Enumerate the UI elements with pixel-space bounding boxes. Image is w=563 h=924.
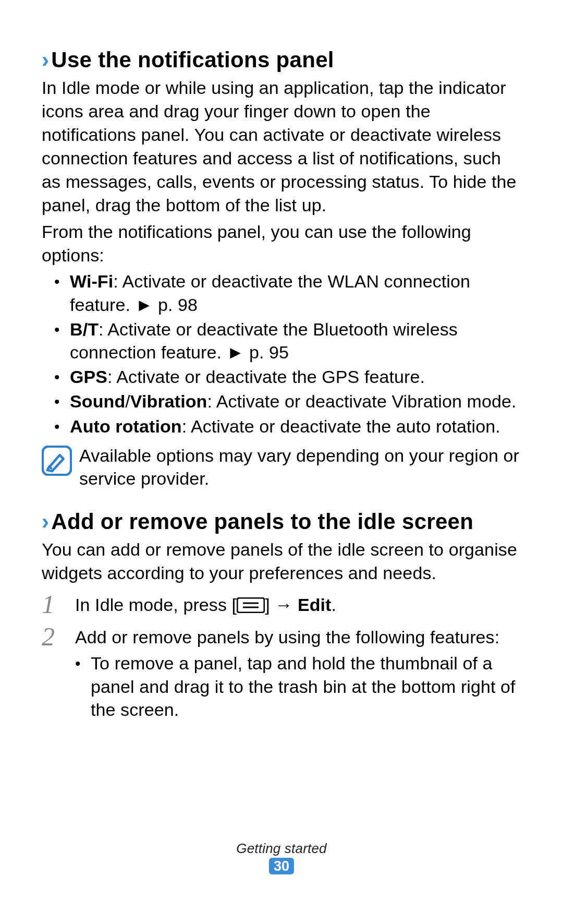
option-text: : Activate or deactivate the GPS feature…: [107, 367, 425, 387]
step-text: Add or remove panels by using the follow…: [75, 626, 521, 722]
step-text: In Idle mode, press [] → Edit.: [75, 593, 521, 616]
list-item: B/T: Activate or deactivate the Bluetoot…: [42, 318, 521, 364]
note-block: Available options may vary depending on …: [42, 444, 521, 490]
section-heading-panels: ›Add or remove panels to the idle screen: [42, 509, 521, 535]
note-icon: [42, 446, 72, 476]
option-label: Wi-Fi: [70, 271, 113, 291]
option-label: Vibration: [130, 391, 207, 411]
menu-key-icon: [237, 597, 265, 613]
option-label: Auto rotation: [70, 416, 182, 436]
option-label: Sound: [70, 391, 125, 411]
step-row: 2 Add or remove panels by using the foll…: [42, 626, 521, 722]
page-footer: Getting started 30: [0, 841, 563, 874]
option-label: GPS: [70, 367, 107, 387]
section-heading-notifications: ›Use the notifications panel: [42, 47, 521, 73]
list-item: Auto rotation: Activate or deactivate th…: [42, 415, 521, 438]
chevron-right-icon: ›: [42, 47, 49, 72]
options-list: Wi-Fi: Activate or deactivate the WLAN c…: [42, 270, 521, 437]
step-number: 1: [42, 591, 63, 617]
step-number: 2: [42, 623, 63, 650]
list-item: Wi-Fi: Activate or deactivate the WLAN c…: [42, 270, 521, 316]
heading-text: Add or remove panels to the idle screen: [51, 509, 473, 534]
option-text: : Activate or deactivate the WLAN connec…: [70, 271, 470, 314]
page-number-badge: 30: [269, 858, 294, 874]
body-paragraph: You can add or remove panels of the idle…: [42, 538, 521, 585]
sub-list: To remove a panel, tap and hold the thum…: [75, 652, 521, 721]
option-text: : Activate or deactivate the auto rotati…: [182, 416, 500, 436]
chevron-right-icon: ›: [42, 509, 49, 534]
manual-page: ›Use the notifications panel In Idle mod…: [0, 0, 563, 924]
option-label: B/T: [70, 319, 99, 339]
svg-rect-1: [237, 598, 264, 613]
footer-section-title: Getting started: [0, 841, 563, 857]
option-text: : Activate or deactivate the Bluetooth w…: [70, 319, 458, 362]
option-text: : Activate or deactivate Vibration mode.: [207, 391, 516, 411]
list-item: Sound/Vibration: Activate or deactivate …: [42, 390, 521, 413]
note-text: Available options may vary depending on …: [79, 444, 521, 490]
body-paragraph: In Idle mode or while using an applicati…: [42, 76, 521, 217]
list-item: GPS: Activate or deactivate the GPS feat…: [42, 365, 521, 388]
heading-text: Use the notifications panel: [51, 47, 334, 72]
step-row: 1 In Idle mode, press [] → Edit.: [42, 593, 521, 617]
body-paragraph: From the notifications panel, you can us…: [42, 220, 521, 267]
list-item: To remove a panel, tap and hold the thum…: [75, 652, 521, 721]
